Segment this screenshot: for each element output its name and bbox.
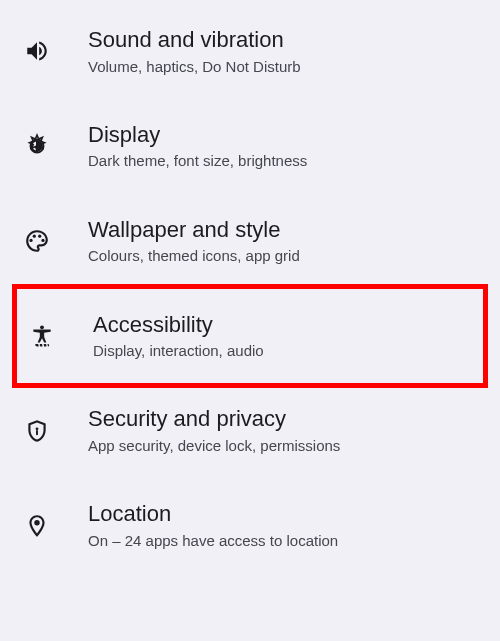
settings-item-text: Sound and vibration Volume, haptics, Do …	[88, 26, 301, 77]
settings-list: Sound and vibration Volume, haptics, Do …	[0, 0, 500, 573]
settings-item-text: Security and privacy App security, devic…	[88, 405, 340, 456]
settings-item-text: Display Dark theme, font size, brightnes…	[88, 121, 307, 172]
settings-item-location[interactable]: Location On – 24 apps have access to loc…	[0, 478, 500, 573]
svg-point-2	[38, 235, 41, 238]
settings-item-subtitle: Colours, themed icons, app grid	[88, 246, 300, 266]
svg-point-9	[36, 427, 39, 430]
settings-item-title: Accessibility	[93, 311, 264, 340]
settings-item-text: Location On – 24 apps have access to loc…	[88, 500, 338, 551]
wallpaper-icon	[24, 228, 66, 254]
settings-item-title: Security and privacy	[88, 405, 340, 434]
display-icon	[24, 133, 66, 159]
settings-item-sound[interactable]: Sound and vibration Volume, haptics, Do …	[0, 4, 500, 99]
svg-point-1	[33, 235, 36, 238]
settings-item-title: Sound and vibration	[88, 26, 301, 55]
settings-item-text: Wallpaper and style Colours, themed icon…	[88, 216, 300, 267]
settings-item-subtitle: Display, interaction, audio	[93, 341, 264, 361]
settings-item-subtitle: Dark theme, font size, brightness	[88, 151, 307, 171]
location-icon	[24, 513, 66, 539]
settings-item-subtitle: App security, device lock, permissions	[88, 436, 340, 456]
settings-item-text: Accessibility Display, interaction, audi…	[93, 311, 264, 362]
settings-item-title: Location	[88, 500, 338, 529]
svg-point-0	[29, 239, 32, 242]
settings-item-security[interactable]: Security and privacy App security, devic…	[0, 383, 500, 478]
settings-item-title: Display	[88, 121, 307, 150]
svg-point-4	[40, 325, 44, 329]
accessibility-icon	[29, 323, 71, 349]
svg-point-3	[41, 239, 44, 242]
settings-item-title: Wallpaper and style	[88, 216, 300, 245]
settings-item-wallpaper[interactable]: Wallpaper and style Colours, themed icon…	[0, 194, 500, 289]
sound-icon	[24, 38, 66, 64]
settings-item-subtitle: Volume, haptics, Do Not Disturb	[88, 57, 301, 77]
settings-item-accessibility[interactable]: Accessibility Display, interaction, audi…	[12, 284, 488, 389]
settings-item-display[interactable]: Display Dark theme, font size, brightnes…	[0, 99, 500, 194]
security-icon	[24, 418, 66, 444]
svg-point-10	[34, 520, 39, 525]
settings-item-subtitle: On – 24 apps have access to location	[88, 531, 338, 551]
